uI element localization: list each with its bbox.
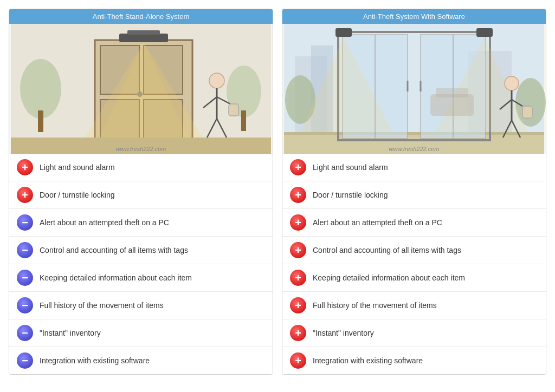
list-item: −Alert about an attempted theft on a PC — [9, 209, 273, 237]
feature-text: Door / turnstile locking — [313, 190, 388, 200]
svg-rect-40 — [476, 28, 493, 37]
svg-point-1 — [20, 59, 61, 119]
minus-icon: − — [17, 214, 33, 231]
plus-icon: + — [290, 297, 306, 313]
svg-rect-44 — [436, 88, 468, 97]
list-item: +Door / turnstile locking — [9, 181, 273, 209]
list-item: +Light and sound alarm — [9, 154, 273, 181]
plus-icon: + — [290, 270, 306, 286]
plus-icon: + — [290, 214, 306, 231]
feature-text: Integration with existing software — [313, 356, 423, 365]
list-item: −Integration with existing software — [9, 347, 273, 374]
feature-text: "Instant" inventory — [40, 328, 101, 338]
list-item: +Keeping detailed information about each… — [282, 264, 546, 292]
svg-rect-12 — [127, 30, 160, 35]
feature-list-standalone: +Light and sound alarm+Door / turnstile … — [9, 154, 273, 374]
svg-rect-39 — [335, 28, 352, 37]
feature-text: Full history of the movement of items — [40, 300, 164, 310]
plus-icon: + — [290, 325, 306, 341]
svg-point-16 — [209, 73, 224, 88]
feature-text: Control and accounting of all items with… — [313, 245, 461, 255]
minus-icon: − — [17, 242, 33, 258]
list-item: +Door / turnstile locking — [282, 181, 546, 209]
feature-text: Control and accounting of all items with… — [40, 245, 188, 255]
svg-rect-2 — [38, 110, 43, 132]
column-with-software: Anti-Theft System With Software — [282, 9, 546, 375]
minus-icon: − — [17, 352, 33, 369]
feature-text: Alert about an attempted theft on a PC — [313, 218, 442, 227]
list-item: −"Instant" inventory — [9, 319, 273, 347]
feature-text: Keeping detailed information about each … — [313, 273, 465, 283]
feature-text: Keeping detailed information about each … — [40, 273, 192, 283]
list-item: +Full history of the movement of items — [282, 292, 546, 319]
feature-text: Door / turnstile locking — [40, 190, 115, 200]
minus-icon: − — [17, 325, 33, 341]
svg-text:www.fresh222.com: www.fresh222.com — [116, 146, 166, 152]
list-item: +Alert about an attempted theft on a PC — [282, 209, 546, 237]
plus-icon: + — [290, 159, 306, 175]
list-item: +Control and accounting of all items wit… — [282, 237, 546, 264]
column-header-standalone: Anti-Theft Stand-Alone System — [9, 9, 273, 24]
main-page: Anti-Theft Stand-Alone System — [0, 0, 555, 383]
minus-icon: − — [17, 270, 33, 286]
feature-list-with-software: +Light and sound alarm+Door / turnstile … — [282, 154, 546, 374]
feature-text: Light and sound alarm — [313, 162, 388, 172]
list-item: −Full history of the movement of items — [9, 292, 273, 319]
feature-text: Integration with existing software — [40, 356, 150, 365]
list-item: −Keeping detailed information about each… — [9, 264, 273, 292]
column-standalone: Anti-Theft Stand-Alone System — [9, 9, 273, 375]
list-item: +Integration with existing software — [282, 347, 546, 374]
plus-icon: + — [17, 159, 33, 175]
feature-text: Full history of the movement of items — [313, 300, 437, 310]
plus-icon: + — [290, 187, 306, 203]
svg-text:www.fresh222.com: www.fresh222.com — [389, 146, 440, 152]
column-header-with-software: Anti-Theft System With Software — [282, 9, 546, 24]
list-item: +"Instant" inventory — [282, 319, 546, 347]
list-item: −Control and accounting of all items wit… — [9, 237, 273, 264]
plus-icon: + — [290, 242, 306, 258]
image-area-standalone: www.fresh222.com — [9, 24, 273, 154]
minus-icon: − — [17, 297, 33, 313]
plus-icon: + — [290, 352, 306, 369]
plus-icon: + — [17, 187, 33, 203]
svg-point-45 — [505, 76, 519, 90]
svg-rect-22 — [229, 104, 238, 116]
feature-text: Light and sound alarm — [40, 162, 115, 172]
feature-text: "Instant" inventory — [313, 328, 374, 338]
list-item: +Light and sound alarm — [282, 154, 546, 181]
svg-rect-51 — [522, 106, 532, 118]
svg-rect-11 — [119, 34, 168, 42]
svg-rect-4 — [241, 110, 246, 131]
image-area-with-software: www.fresh222.com — [282, 24, 546, 154]
feature-text: Alert about an attempted theft on a PC — [40, 218, 169, 227]
